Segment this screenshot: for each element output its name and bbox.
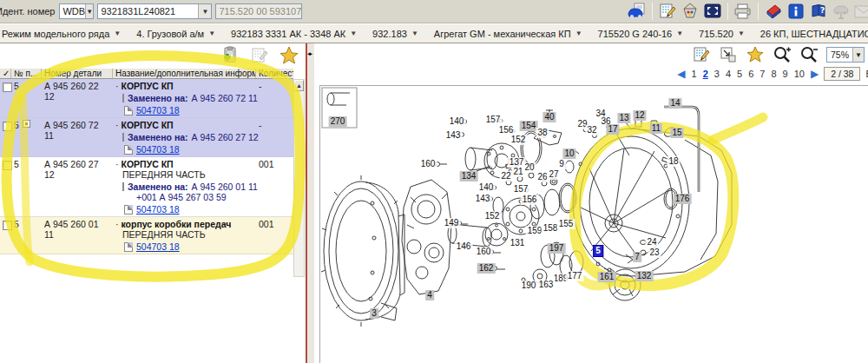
- part-callout-4[interactable]: 4: [425, 290, 434, 300]
- part-callout-160[interactable]: 160: [419, 159, 437, 169]
- edit-note-icon[interactable]: [250, 46, 269, 65]
- part-callout-140[interactable]: 140: [477, 182, 496, 193]
- zoom-in-icon[interactable]: [773, 45, 792, 64]
- favorites-star-icon[interactable]: [279, 46, 299, 65]
- footnote-link[interactable]: 504703 18: [136, 144, 180, 155]
- next-page-icon[interactable]: ▶: [811, 68, 819, 80]
- zoom-out-icon[interactable]: [799, 45, 819, 64]
- part-callout-157[interactable]: 157: [512, 184, 530, 195]
- menu-item[interactable]: Агрегат GM - механическая КП▼: [434, 29, 582, 39]
- splitter-arrows-icon[interactable]: ◂▸: [307, 50, 312, 57]
- menu-item[interactable]: Режим модельного ряда▼: [2, 29, 121, 39]
- exploded-view-diagram[interactable]: 2701401431571561521543840160134137222120…: [319, 85, 868, 363]
- print-icon[interactable]: [733, 2, 753, 21]
- part-callout-146[interactable]: 146: [455, 241, 473, 252]
- replaced-checkbox[interactable]: [122, 94, 124, 102]
- replaced-checkbox[interactable]: [122, 133, 124, 142]
- part-callout-7[interactable]: 7: [633, 252, 641, 262]
- part-callout-154[interactable]: 154: [520, 121, 538, 131]
- page-number[interactable]: 1: [691, 69, 698, 79]
- menu-item[interactable]: 26 КП, ШЕСТНАДЦАТИСТУПЕНЧАТАЯ▼: [760, 29, 868, 39]
- zoom-level-select[interactable]: 75% ▼: [826, 47, 865, 63]
- page-number[interactable]: 6: [747, 69, 754, 79]
- info-icon[interactable]: [786, 2, 806, 21]
- add-to-shopping-list-icon[interactable]: [220, 46, 240, 65]
- menu-item[interactable]: 715520 G 240-16▼: [598, 29, 684, 39]
- part-callout-15[interactable]: 15: [670, 128, 683, 138]
- part-callout-38[interactable]: 38: [536, 128, 549, 138]
- part-callout-152[interactable]: 152: [510, 135, 528, 145]
- page-number[interactable]: 8: [770, 69, 777, 79]
- part-callout-190[interactable]: 190: [520, 280, 538, 291]
- part-callout-163[interactable]: 163: [537, 280, 556, 290]
- wmi-select[interactable]: WDB ▼: [59, 3, 94, 19]
- eraser-icon[interactable]: [764, 2, 783, 21]
- chevron-down-icon[interactable]: ▼: [85, 4, 93, 18]
- page-number[interactable]: 7: [759, 69, 766, 79]
- notes-icon[interactable]: [658, 2, 677, 21]
- part-callout-176[interactable]: 176: [674, 194, 692, 204]
- table-scrollbar[interactable]: ▲: [293, 79, 305, 277]
- part-callout-13[interactable]: 13: [617, 113, 630, 123]
- page-number[interactable]: 4: [725, 69, 732, 79]
- part-callout-152[interactable]: 152: [483, 211, 502, 221]
- replaced-checkbox[interactable]: [122, 182, 124, 191]
- part-callout-3[interactable]: 3: [370, 308, 378, 319]
- part-callout-23[interactable]: 23: [648, 248, 661, 258]
- part-callout-143[interactable]: 143: [474, 194, 492, 204]
- page-number[interactable]: 2: [702, 69, 709, 79]
- part-callout-27[interactable]: 27: [547, 169, 560, 180]
- part-callout-17[interactable]: 17: [606, 124, 619, 135]
- footnote-link[interactable]: 504703 18: [136, 105, 180, 116]
- footnote-link[interactable]: 504703 18: [136, 204, 180, 214]
- part-callout-20[interactable]: 20: [523, 162, 536, 173]
- part-callout-149[interactable]: 149: [443, 218, 461, 228]
- part-callout-14[interactable]: 14: [668, 98, 681, 109]
- part-callout-11[interactable]: 11: [650, 123, 662, 134]
- table-row[interactable]: 5 А 945 260 22 12 ·КОРПУС КП Заменено на…: [0, 79, 293, 118]
- part-callout-18[interactable]: 18: [667, 156, 680, 167]
- chevron-down-icon[interactable]: ▼: [852, 48, 864, 62]
- part-callout-160[interactable]: 160: [475, 247, 493, 257]
- help-book-icon[interactable]: ?: [809, 2, 828, 21]
- part-callout-155[interactable]: 155: [557, 219, 575, 229]
- part-callout-40[interactable]: 40: [542, 112, 556, 122]
- expander-icon[interactable]: [23, 120, 30, 128]
- part-callout-12[interactable]: 12: [633, 110, 646, 121]
- page-number[interactable]: 3: [713, 69, 720, 79]
- menu-item[interactable]: 4. Грузовой а/м▼: [136, 29, 215, 39]
- part-callout-10[interactable]: 10: [562, 148, 575, 159]
- ident-number-input[interactable]: 9321831L240821 ▼: [97, 3, 212, 19]
- part-callout-9[interactable]: 9: [557, 159, 566, 169]
- page-number[interactable]: 10: [793, 69, 806, 79]
- part-callout-156[interactable]: 156: [521, 195, 539, 205]
- table-row[interactable]: 5 А 945 260 01 11 ·корпус коробки переда…: [0, 217, 293, 254]
- footnote-link[interactable]: 504703 18: [136, 241, 180, 252]
- edit-note-icon[interactable]: [692, 45, 711, 64]
- fit-view-icon[interactable]: [719, 45, 738, 64]
- table-row[interactable]: 5 А 945 260 72 11 ·КОРПУС КП Заменено на…: [0, 118, 293, 157]
- part-callout-134[interactable]: 134: [460, 171, 478, 182]
- part-callout-32[interactable]: 32: [585, 125, 598, 135]
- part-callout-140[interactable]: 140: [448, 116, 466, 127]
- part-callout-270[interactable]: 270: [329, 116, 347, 127]
- part-callout-197[interactable]: 197: [548, 243, 566, 254]
- part-callout-22[interactable]: 22: [499, 171, 512, 182]
- table-row[interactable]: 5 А 945 260 27 12 ·КОРПУС КП ПЕРЕДНЯЯ ЧА…: [0, 157, 293, 217]
- previous-page-icon[interactable]: ◀: [677, 68, 685, 80]
- part-callout-24[interactable]: 24: [645, 237, 658, 248]
- shopping-basket-icon[interactable]: [681, 2, 700, 21]
- part-callout-161[interactable]: 161: [598, 272, 616, 282]
- scrollbar-up-icon[interactable]: ▲: [294, 80, 304, 91]
- part-callout-177[interactable]: 177: [566, 271, 584, 281]
- favorites-star-icon[interactable]: [746, 45, 765, 64]
- panel-splitter[interactable]: ◂▸: [307, 43, 314, 363]
- part-callout-5[interactable]: 5: [593, 245, 603, 257]
- menu-item[interactable]: 932.183▼: [372, 29, 418, 39]
- part-callout-143[interactable]: 143: [444, 130, 463, 141]
- page-number[interactable]: 5: [736, 69, 743, 79]
- menu-item[interactable]: 715.520▼: [699, 29, 745, 39]
- part-callout-131[interactable]: 131: [509, 238, 527, 248]
- vehicle-datacard-icon[interactable]: [628, 2, 647, 21]
- menu-item[interactable]: 932183 3331 АК - 3348 АК▼: [231, 29, 357, 39]
